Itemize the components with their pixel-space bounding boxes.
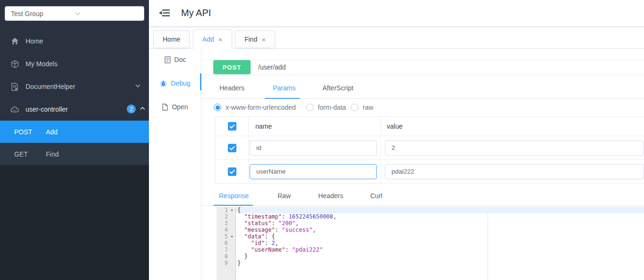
- row-checkbox[interactable]: [228, 144, 236, 152]
- select-all-checkbox[interactable]: [228, 122, 236, 131]
- line-number: 5: [217, 233, 228, 240]
- param-value-input[interactable]: [385, 140, 644, 156]
- code-line[interactable]: 7 "userName": "pdai222": [217, 246, 644, 253]
- method-post-button[interactable]: POST: [213, 60, 251, 74]
- sidebar-item-documenthelper[interactable]: DocumentHelper: [0, 75, 149, 98]
- fold-spacer: [228, 246, 236, 253]
- line-text: {: [236, 207, 644, 213]
- close-icon[interactable]: ×: [218, 36, 223, 43]
- sidebar-item-label: user-controller: [26, 105, 68, 113]
- tab-home[interactable]: Home: [153, 30, 190, 48]
- sidebar-item-label: My Models: [26, 60, 58, 68]
- row-checkbox-cell: [216, 136, 249, 159]
- radio-icon: [351, 104, 358, 111]
- mode-item-debug[interactable]: Debug: [149, 77, 201, 89]
- mode-item-open[interactable]: Open: [149, 101, 201, 113]
- request-line: POST: [201, 60, 644, 75]
- radio-x-www-form-urlencoded[interactable]: x-www-form-urlencoded: [214, 104, 296, 111]
- line-number: 9: [217, 260, 228, 266]
- response-code-editor[interactable]: 1▾{2 "timestamp": 1652245650008,3 "statu…: [201, 207, 644, 280]
- endpoint-count-badge: 2: [127, 105, 136, 114]
- line-number: 6: [217, 240, 228, 246]
- cloud-api-icon: [10, 105, 19, 114]
- group-select[interactable]: Test Group: [5, 6, 144, 21]
- active-mode-indicator: [200, 73, 201, 90]
- fold-spacer: [228, 227, 236, 233]
- line-number: 3: [217, 220, 228, 227]
- tab-response-headers[interactable]: Headers: [318, 192, 343, 200]
- models-cube-icon: [10, 60, 19, 68]
- mode-nav: Doc Debug Open: [149, 49, 201, 280]
- fold-spacer: [228, 260, 236, 266]
- radio-icon: [306, 104, 313, 111]
- column-header-name: name: [249, 117, 381, 136]
- fold-arrow-icon[interactable]: ▾: [228, 207, 236, 213]
- line-text: "status": "200",: [236, 220, 644, 227]
- endpoint-method: GET: [14, 150, 46, 158]
- sidebar-collapse-icon[interactable]: [158, 8, 171, 18]
- tab-label: Add: [202, 35, 214, 43]
- mode-item-doc[interactable]: Doc: [149, 53, 201, 66]
- line-text: "message": "success",: [236, 227, 644, 233]
- mode-label: Doc: [174, 56, 186, 63]
- param-value-cell: [381, 159, 644, 183]
- tab-afterscript[interactable]: AfterScript: [322, 84, 353, 92]
- code-line[interactable]: 9}: [217, 260, 644, 266]
- radio-raw[interactable]: raw: [351, 104, 374, 111]
- endpoint-label: Add: [46, 128, 58, 136]
- sidebar-item-label: Home: [26, 37, 43, 45]
- group-select-value: Test Group: [11, 10, 75, 18]
- code-line[interactable]: 3 "status": "200",: [217, 220, 644, 227]
- code-lines[interactable]: 1▾{2 "timestamp": 1652245650008,3 "statu…: [217, 207, 644, 280]
- line-text: }: [236, 253, 644, 260]
- sidebar-item-my-models[interactable]: My Models: [0, 52, 149, 75]
- code-line[interactable]: 2 "timestamp": 1652245650008,: [217, 213, 644, 220]
- tab-add[interactable]: Add ×: [193, 29, 232, 49]
- tab-params[interactable]: Params: [273, 84, 296, 92]
- tab-label: Find: [244, 35, 257, 43]
- param-name-input-focused[interactable]: [250, 164, 377, 179]
- sidebar-item-user-controller[interactable]: user-controller 2: [0, 98, 149, 121]
- tab-find[interactable]: Find ×: [235, 30, 275, 48]
- chevron-down-icon: [75, 12, 139, 16]
- request-tabs: Headers Params AfterScript: [201, 75, 644, 99]
- tab-raw[interactable]: Raw: [278, 192, 291, 200]
- header-checkbox-cell: [216, 117, 249, 136]
- chevron-down-icon[interactable]: [135, 84, 140, 88]
- row-checkbox[interactable]: [228, 167, 236, 176]
- mode-label: Open: [172, 103, 188, 111]
- debug-panel: POST Headers Params AfterScript x-www-fo…: [201, 49, 644, 280]
- main-area: My API Home Add × Find × Doc Debug: [149, 0, 644, 280]
- chevron-up-icon[interactable]: [140, 107, 145, 110]
- home-icon: [10, 37, 19, 45]
- param-value-cell: [381, 136, 644, 159]
- tab-curl[interactable]: Curl: [370, 192, 383, 200]
- param-name-cell: [249, 159, 381, 183]
- line-text: "userName": "pdai222": [236, 246, 644, 253]
- sidebar-endpoint-get-find[interactable]: GET Find: [0, 143, 149, 165]
- request-url-input[interactable]: [254, 60, 644, 74]
- param-value-input[interactable]: [385, 164, 644, 179]
- bug-icon: [160, 80, 167, 87]
- top-header: My API: [149, 0, 644, 26]
- fold-arrow-icon[interactable]: ▾: [228, 233, 236, 240]
- code-line[interactable]: 5▾ "data": {: [217, 233, 644, 240]
- tab-response[interactable]: Response: [219, 192, 249, 200]
- editor-pane-divider: [487, 214, 488, 280]
- tab-headers[interactable]: Headers: [219, 84, 244, 92]
- radio-form-data[interactable]: form-data: [306, 104, 346, 111]
- code-line[interactable]: 8 }: [217, 253, 644, 260]
- sidebar-item-home[interactable]: Home: [0, 30, 149, 52]
- code-line[interactable]: 1▾{: [217, 207, 644, 213]
- body-type-radios: x-www-form-urlencoded form-data raw: [201, 98, 644, 116]
- sidebar: Test Group Home My Models: [0, 0, 149, 280]
- sidebar-nav: Home My Models DocumentHelper: [0, 30, 149, 165]
- param-name-input[interactable]: [250, 140, 377, 156]
- mode-label: Debug: [171, 79, 190, 87]
- code-line[interactable]: 6 "id": 2,: [217, 240, 644, 246]
- close-icon[interactable]: ×: [261, 36, 266, 43]
- sidebar-endpoint-post-add[interactable]: POST Add: [0, 121, 149, 143]
- code-line[interactable]: 4 "message": "success",: [217, 227, 644, 233]
- line-text: "id": 2,: [236, 240, 644, 246]
- doc-icon: [165, 56, 171, 63]
